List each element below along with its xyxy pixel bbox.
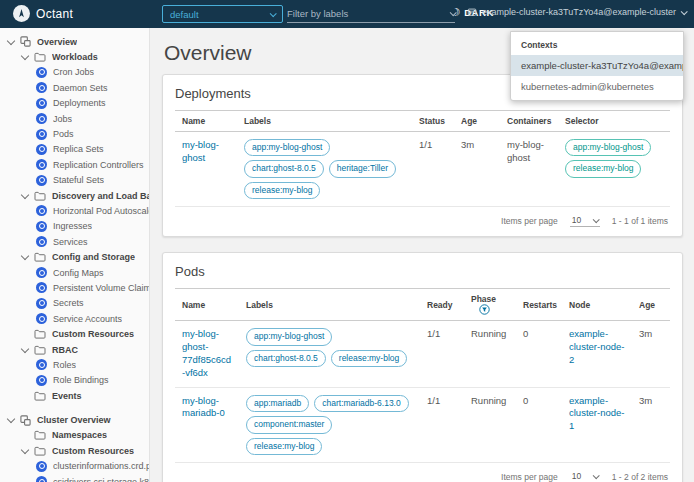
column-header-label: Ready [427,300,453,310]
sidebar-item-label: Config and Storage [52,252,135,262]
label-tag[interactable]: chart:mariadb-6.13.0 [314,395,408,412]
chevron-down-icon[interactable] [7,415,15,423]
chevron-down-icon[interactable] [21,190,29,198]
octant-logo-icon [13,5,30,22]
sidebar-item-role-bindings[interactable]: Role Bindings [0,373,149,388]
app-header: Octant default ☾ DARK example-cluster-ka… [0,0,694,28]
sidebar-item-config-maps[interactable]: Config Maps [0,265,149,280]
label-tag[interactable]: app:my-blog-ghost [244,139,330,156]
label-tag[interactable]: release:my-blog [331,350,407,367]
page-size-select[interactable]: 10 [570,215,600,227]
cell-ready: 1/1 [420,387,464,462]
sidebar-item-persistent-volume-claims[interactable]: Persistent Volume Claims [0,280,149,295]
sidebar-item-services[interactable]: Services [0,234,149,249]
sidebar-item-label: Jobs [53,114,72,124]
label-tag[interactable]: release:my-blog [246,438,322,455]
label-tag[interactable]: chart:ghost-8.0.5 [246,350,326,367]
cell-link[interactable]: my-blog-ghost [182,139,219,163]
sidebar-item-label: Service Accounts [53,314,122,324]
cell-link[interactable]: example-cluster-node-1 [569,395,624,432]
label-tag[interactable]: app:mariadb [246,395,309,412]
chevron-down-icon[interactable] [7,36,15,44]
cell-selector: app:my-blog-ghostrelease:my-blog [558,132,670,207]
sidebar-item-config-and-storage[interactable]: Config and Storage [0,249,149,264]
phase-filter-icon[interactable] [479,304,490,315]
sidebar-item-clusterinformations-crd-projec[interactable]: clusterinformations.crd.projec [0,459,149,474]
folder-icon [34,345,46,355]
label-tag[interactable]: release:my-blog [244,182,320,199]
table-row: my-blog-ghost-77df85c6cd-vf6dxapp:my-blo… [175,321,670,387]
sidebar-item-secrets[interactable]: Secrets [0,296,149,311]
column-header-label: Selector [565,116,599,126]
sidebar-item-discovery-and-load-balancing[interactable]: Discovery and Load Balancing [0,188,149,203]
k8s-resource-icon [36,282,47,293]
label-tag[interactable]: chart:ghost-8.0.5 [244,160,324,177]
cards-container: DeploymentsNameLabelsStatusAgeContainers… [162,74,683,482]
sidebar-item-ingresses[interactable]: Ingresses [0,219,149,234]
sidebar-item-workloads[interactable]: Workloads [0,49,149,64]
context-item-kubernetes-admin-kubernetes[interactable]: kubernetes-admin@kubernetes [511,76,683,97]
sidebar-item-deployments[interactable]: Deployments [0,96,149,111]
contexts-dropdown-title: Contexts [511,37,683,55]
k8s-resource-icon [36,375,47,386]
column-header-age: Age [632,289,670,321]
column-header-labels: Labels [239,289,420,321]
context-item-example-cluster-ka3tutzyo4a-example-clu[interactable]: example-cluster-ka3TuTzYo4a@example-clu.… [511,55,683,76]
selector-tag[interactable]: app:my-blog-ghost [565,139,651,156]
k8s-resource-icon [36,159,47,170]
sidebar-item-cluster-overview[interactable]: Cluster Overview [0,412,149,427]
column-header-status: Status [412,111,454,132]
sidebar-item-label: Daemon Sets [53,83,108,93]
cell-labels: app:my-blog-ghostchart:ghost-8.0.5releas… [239,321,420,387]
k8s-resource-icon [36,175,47,186]
sidebar-item-custom-resources[interactable]: Custom Resources [0,326,149,341]
k8s-resource-icon [36,144,47,155]
label-tag[interactable]: component:master [246,416,332,433]
sidebar-item-csidrivers-csi-storage-k8s-io[interactable]: csidrivers.csi.storage.k8s.io [0,474,149,482]
sidebar-item-roles[interactable]: Roles [0,357,149,372]
selector-tag[interactable]: release:my-blog [565,160,641,177]
sidebar-item-horizontal-pod-autoscalers[interactable]: Horizontal Pod Autoscalers [0,203,149,218]
app-title: Octant [36,7,73,21]
sidebar-item-daemon-sets[interactable]: Daemon Sets [0,80,149,95]
sidebar-item-jobs[interactable]: Jobs [0,111,149,126]
cell-link[interactable]: example-cluster-node-2 [569,328,624,365]
sidebar-item-stateful-sets[interactable]: Stateful Sets [0,173,149,188]
chevron-down-icon[interactable] [21,252,29,260]
k8s-resource-icon [36,298,47,309]
overview-icon [20,36,31,47]
card-pods: PodsNameLabelsReadyPhaseRestartsNodeAgem… [162,252,683,482]
chevron-down-icon[interactable] [21,52,29,60]
chevron-down-icon [592,472,599,479]
cell-age: 3m [632,387,670,462]
sidebar-item-service-accounts[interactable]: Service Accounts [0,311,149,326]
overview-icon [20,415,31,426]
sidebar-item-custom-resources[interactable]: Custom Resources [0,443,149,458]
items-per-page-label: Items per page [501,216,558,226]
sidebar-item-label: Custom Resources [52,329,134,339]
sidebar-item-pods[interactable]: Pods [0,126,149,141]
column-header-label: Name [182,300,205,310]
sidebar-item-replica-sets[interactable]: Replica Sets [0,142,149,157]
sidebar-item-label: Config Maps [53,268,104,278]
sidebar-item-replication-controllers[interactable]: Replication Controllers [0,157,149,172]
cell-link[interactable]: my-blog-mariadb-0 [182,395,225,419]
k8s-resource-icon [36,359,47,370]
sidebar-item-events[interactable]: Events [0,388,149,403]
folder-icon [34,391,46,401]
cell-link[interactable]: my-blog-ghost-77df85c6cd-vf6dx [182,328,231,377]
cell-name: my-blog-ghost-77df85c6cd-vf6dx [175,321,239,387]
page-size-select[interactable]: 10 [570,471,600,482]
sidebar-item-rbac[interactable]: RBAC [0,342,149,357]
chevron-down-icon[interactable] [21,446,29,454]
label-filter-input[interactable] [287,8,450,19]
sidebar-item-cron-jobs[interactable]: Cron Jobs [0,65,149,80]
label-tag[interactable]: app:my-blog-ghost [246,328,332,345]
namespace-select[interactable]: default [162,5,283,23]
sidebar-item-namespaces[interactable]: Namespaces [0,428,149,443]
sidebar-item-overview[interactable]: Overview [0,34,149,49]
chevron-down-icon[interactable] [21,344,29,352]
label-tag[interactable]: heritage:Tiller [329,160,396,177]
cluster-context-selector[interactable]: example-cluster-ka3TuTzYo4a@example-clus… [467,7,686,17]
pagination-range: 1 - 1 of 1 items [612,216,668,226]
